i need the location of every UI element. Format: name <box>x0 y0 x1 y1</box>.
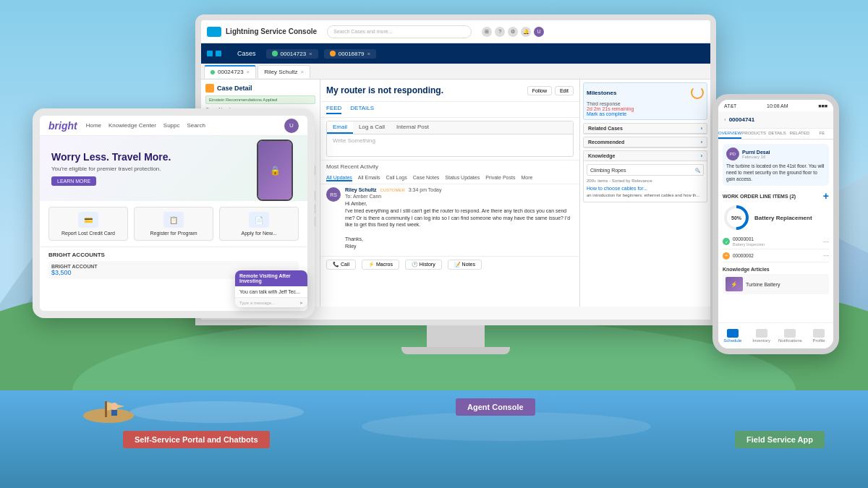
sf-related-expand[interactable]: › <box>701 126 702 131</box>
tablet-card3[interactable]: 📄 Apply for New... <box>219 207 299 241</box>
chatbot-input[interactable]: Type a message... ➤ <box>235 297 307 307</box>
mobile-case-number: 00004741 <box>729 116 755 123</box>
sf-grid-icon[interactable]: ⊞ <box>482 27 492 37</box>
sf-knowledge-search[interactable]: Climbing Ropes 🔍 <box>587 164 704 176</box>
sf-recommended-expand[interactable]: › <box>701 140 702 145</box>
mobile-nav-inventory-icon <box>756 329 767 338</box>
sf-case-notes-tab[interactable]: Case Notes <box>413 175 440 181</box>
sf-notes-btn[interactable]: 📝 Notes <box>448 260 482 270</box>
sf-status-updates-tab[interactable]: Status Updates <box>445 175 480 181</box>
sf-tab-case[interactable]: 00024723 × <box>204 65 256 78</box>
sf-knowledge-header: Knowledge › <box>584 151 707 161</box>
mobile-nav-profile[interactable]: Profile <box>804 329 833 343</box>
tablet-nav-search[interactable]: Search <box>187 122 205 129</box>
sf-call-btn[interactable]: 📞 Call <box>326 260 356 270</box>
sf-call-logs-tab[interactable]: Call Logs <box>386 175 407 181</box>
sf-user-avatar[interactable]: U <box>534 27 544 37</box>
sf-notif-icon[interactable]: 🔔 <box>521 27 531 37</box>
mobile-knowledge-item[interactable]: ⚡ Turbine Battery <box>723 274 829 294</box>
mobile-carrier: AT&T <box>724 103 736 108</box>
tablet-nav-links: Home Knowledge Center Suppc Search <box>86 122 205 129</box>
sf-all-emails-tab[interactable]: All Emails <box>358 175 380 181</box>
mobile-nav-schedule[interactable]: Schedule <box>718 329 747 343</box>
mobile-tab-details[interactable]: DETAILS <box>766 129 788 139</box>
tablet-card1[interactable]: 💳 Report Lost Credit Card <box>48 207 128 241</box>
sf-case2-close[interactable]: × <box>367 51 370 57</box>
mobile-nav-inventory[interactable]: Inventory <box>747 329 776 343</box>
mobile-back-icon[interactable]: ‹ <box>724 116 726 123</box>
tablet-card2[interactable]: 📋 Register for Program <box>134 207 213 241</box>
mobile-wo-dots1[interactable]: ··· <box>823 238 829 246</box>
mobile-tab-products[interactable]: PRODUCTS <box>741 129 766 139</box>
sf-sender-avatar: RS <box>326 187 341 202</box>
mobile-knowledge-icon: ⚡ <box>726 277 743 291</box>
mobile-wo-dots2[interactable]: ··· <box>823 252 829 260</box>
sf-nav-case2[interactable]: 00016879 × <box>324 49 376 59</box>
sf-article1[interactable]: How to choose cables for... <box>587 185 704 192</box>
tablet-card3-text: Apply for New... <box>224 231 294 236</box>
sf-case1-close[interactable]: × <box>309 51 312 57</box>
mobile-message-text: The turbine is located on the 41st floor… <box>726 163 825 182</box>
mobile-nav-schedule-icon <box>727 329 739 338</box>
tablet-phone-screen: 🔒 <box>258 141 292 200</box>
sf-waffle-icon2 <box>216 51 221 56</box>
tablet-nav-home[interactable]: Home <box>86 122 101 129</box>
mobile-wo-header: WORK ORDER LINE ITEMS (2) + <box>723 190 829 202</box>
mobile-tab-overview[interactable]: OVERVIEW <box>718 129 741 139</box>
sf-follow-btn[interactable]: Follow <box>527 86 552 95</box>
sf-details-tab[interactable]: DETAILS <box>350 105 374 114</box>
sf-tab-user[interactable]: Riley Schultz × <box>258 65 310 78</box>
sf-feed-tab[interactable]: FEED <box>326 105 341 114</box>
mobile-tabs: OVERVIEW PRODUCTS DETAILS RELATED FE <box>718 129 833 140</box>
tablet-card1-text: Report Lost Credit Card <box>54 231 123 236</box>
sf-tab1-label: 00024723 <box>218 69 244 75</box>
tablet-nav-support[interactable]: Suppc <box>163 122 180 129</box>
sf-time-remaining: 2d 2m 21s remaining <box>587 106 704 111</box>
mobile-tab-related[interactable]: RELATED <box>788 129 811 139</box>
mobile-nav-notifications-icon <box>784 329 796 338</box>
sf-search-box[interactable]: Search Cases and more... <box>327 25 472 38</box>
sf-tab2-close[interactable]: × <box>301 69 305 75</box>
sf-edit-btn[interactable]: Edit <box>555 86 574 95</box>
label-self-service: Self-Service Portal and Chatbots <box>123 431 270 448</box>
sf-compose-placeholder[interactable]: Write Something <box>327 134 573 156</box>
sf-settings-icon[interactable]: ⚙ <box>508 27 518 37</box>
tablet-cards: 💳 Report Lost Credit Card 📋 Register for… <box>40 201 307 247</box>
mobile-add-icon[interactable]: + <box>823 190 829 202</box>
sf-milestone-header: Milestones <box>587 86 704 99</box>
label-field-service: Field Service App <box>735 431 825 448</box>
sf-more-tab[interactable]: More <box>521 175 532 181</box>
sf-header-icons: ⊞ ? ⚙ 🔔 U <box>482 27 544 37</box>
sf-mark-complete[interactable]: Mark as complete <box>587 111 704 116</box>
sf-case-header: My router is not responding. Follow Edit <box>320 80 579 102</box>
sf-history-btn[interactable]: 🕐 History <box>405 260 442 270</box>
sf-private-posts-tab[interactable]: Private Posts <box>485 175 515 181</box>
sf-log-call-tab[interactable]: Log a Call <box>353 121 391 134</box>
sf-right-panel: Milestones Third response 2d 2m 21s rema… <box>580 80 710 307</box>
sf-macros-btn[interactable]: ⚡ Macros <box>362 260 399 270</box>
sf-third-response-label: Third response <box>587 101 704 106</box>
sf-sender-role: CUSTOMER <box>380 188 405 192</box>
tablet-hero-btn[interactable]: LEARN MORE <box>51 176 96 186</box>
sf-internal-post-tab[interactable]: Internal Post <box>391 121 435 134</box>
sf-milestones-section: Milestones Third response 2d 2m 21s rema… <box>583 82 707 120</box>
tablet-hero-text: Worry Less. Travel More. You're eligible… <box>51 151 171 187</box>
tablet-nav-knowledge[interactable]: Knowledge Center <box>109 122 156 129</box>
tablet-phone-lock-icon: 🔒 <box>270 166 281 176</box>
chatbot-send-icon[interactable]: ➤ <box>299 300 303 305</box>
sf-email-tab[interactable]: Email <box>327 121 353 134</box>
sf-tab1-close[interactable]: × <box>247 69 250 75</box>
mobile-tab-fe[interactable]: FE <box>811 129 833 139</box>
mobile-wo-text2: 00000002 <box>733 253 820 258</box>
sf-nav-cases[interactable]: Cases <box>233 48 260 59</box>
sf-help-icon[interactable]: ? <box>495 27 505 37</box>
sf-all-updates-tab[interactable]: All Updates <box>326 175 352 181</box>
sf-nav-case1[interactable]: 00014723 × <box>266 49 318 59</box>
sf-knowledge-expand[interactable]: › <box>701 153 702 158</box>
sf-nav-bar: Cases 00014723 × 00016879 × <box>201 43 710 64</box>
chatbot-header: Remote Visiting After Investing <box>235 270 307 286</box>
sf-sender-name: Riley Schultz <box>345 187 377 192</box>
mobile-wo-section: 50% Battery Replacement <box>723 204 829 231</box>
mobile-nav-notifications[interactable]: Notifications <box>776 329 805 343</box>
tablet-account-label: BRIGHT ACCOUNT <box>51 264 296 269</box>
